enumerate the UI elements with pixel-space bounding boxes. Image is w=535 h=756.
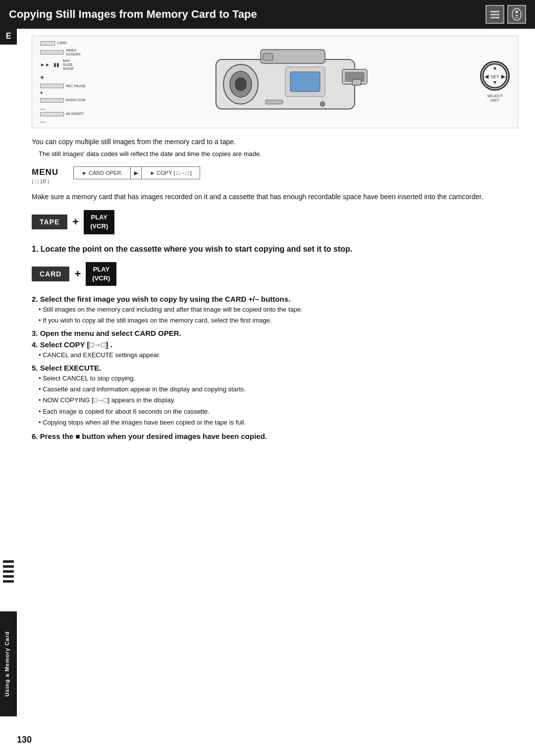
step6-title: 6. Press the ■ button when your desired … xyxy=(32,432,518,440)
step2-block: 2. Select the first image you wish to co… xyxy=(32,295,518,326)
svg-text:▼: ▼ xyxy=(492,80,498,86)
title-icon-group xyxy=(485,5,526,24)
svg-rect-1 xyxy=(490,14,499,15)
panel-label-mix: MIX/SLIDESHOW xyxy=(63,59,74,70)
page-title: Copying Still Images from Memory Card to… xyxy=(9,8,257,21)
menu-icon xyxy=(485,5,504,24)
svg-text:▶: ▶ xyxy=(501,73,506,79)
page-number: 130 xyxy=(17,735,32,745)
step4-title: 4. Select COPY [□→□] . xyxy=(32,340,518,349)
step6-block: 6. Press the ■ button when your desired … xyxy=(32,432,518,440)
play-label: PLAY xyxy=(90,213,108,222)
step3-block: 3. Open the menu and select CARD OPER. xyxy=(32,329,518,337)
intro-line1: You can copy multiple still images from … xyxy=(32,136,518,147)
step4-block: 4. Select COPY [□→□] . • CANCEL and EXEC… xyxy=(32,340,518,361)
svg-rect-18 xyxy=(266,100,283,104)
vcr-label: (VCR) xyxy=(90,222,108,231)
svg-point-4 xyxy=(515,10,518,13)
menu-label: MENU xyxy=(32,166,66,177)
step2-bullets: • Still images on the memory card includ… xyxy=(39,304,518,326)
panel-label-index: INDEXSCREEN xyxy=(66,49,80,56)
svg-point-17 xyxy=(320,102,325,107)
card-play-badge-row: CARD + PLAY (VCR) xyxy=(32,262,518,286)
svg-text:◀: ◀ xyxy=(484,73,489,79)
panel-label-card: CARD xyxy=(57,41,67,45)
step5-title: 5. Select EXECUTE. xyxy=(32,364,518,372)
svg-text:SET: SET xyxy=(491,74,500,79)
svg-text:▲: ▲ xyxy=(492,65,498,71)
svg-point-3 xyxy=(512,8,521,20)
camera-diagram xyxy=(86,45,480,119)
intro-bullet1: The still images' data codes will reflec… xyxy=(39,149,518,160)
svg-point-10 xyxy=(235,77,247,91)
card-plus: + xyxy=(74,268,81,280)
panel-label-rec-pause: REC PAUSE xyxy=(66,84,86,88)
svg-rect-5 xyxy=(515,15,518,16)
step5-block: 5. Select EXECUTE. • Select CANCEL to st… xyxy=(32,364,518,428)
title-bar: Copying Still Images from Memory Card to… xyxy=(0,0,535,29)
menu-step1: ► CARD OPER. xyxy=(74,167,131,179)
step5-bullets: • Select CANCEL to stop copying. • Casse… xyxy=(39,373,518,428)
diagram-area: CARD INDEXSCREEN ►► ▮▮ MIX/SLIDESHOW + R… xyxy=(32,36,518,128)
step4-bullets: • CANCEL and EXECUTE settings appear. xyxy=(39,350,518,361)
tape-badge: TAPE xyxy=(32,215,67,229)
card-vcr-label: (VCR) xyxy=(92,274,110,283)
card-badge: CARD xyxy=(32,267,69,281)
svg-rect-14 xyxy=(263,54,273,60)
step3-title: 3. Open the menu and select CARD OPER. xyxy=(32,329,518,337)
button-panel: CARD INDEXSCREEN ►► ▮▮ MIX/SLIDESHOW + R… xyxy=(40,41,86,123)
menu-steps-box: ► CARD OPER. ► ► COPY [ □→□ ] xyxy=(73,166,200,179)
panel-label-audio-dub: AUDIO DUB. xyxy=(66,98,86,102)
step1-heading: 1. Locate the point on the cassette wher… xyxy=(32,243,518,255)
dial-area: ▲ ▼ ◀ ▶ SET SELECT/SET xyxy=(480,61,510,103)
e-tab: E xyxy=(0,28,17,45)
card-play-vcr-badge: PLAY (VCR) xyxy=(86,262,116,286)
sidebar-stripes xyxy=(0,555,17,588)
svg-rect-2 xyxy=(490,17,499,18)
remote-icon xyxy=(507,5,526,24)
step2-title: 2. Select the first image you wish to co… xyxy=(32,295,518,303)
menu-arrow: ► xyxy=(131,167,142,179)
tape-play-badge-row: TAPE + PLAY (VCR) xyxy=(32,210,518,234)
svg-rect-6 xyxy=(515,17,518,18)
card-play-label: PLAY xyxy=(92,265,110,274)
menu-section: MENU ( □ 18 ) ► CARD OPER. ► ► COPY [ □→… xyxy=(32,166,518,184)
menu-ref: ( □ 18 ) xyxy=(32,177,66,184)
sidebar-label: Using a Memory Card xyxy=(0,611,17,716)
svg-rect-19 xyxy=(352,79,361,85)
menu-step2: ► COPY [ □→□ ] xyxy=(142,167,200,179)
panel-label-av-insert: AV INSERT xyxy=(66,112,84,116)
play-vcr-badge: PLAY (VCR) xyxy=(84,210,114,234)
svg-rect-16 xyxy=(290,72,320,92)
main-content: CARD INDEXSCREEN ►► ▮▮ MIX/SLIDESHOW + R… xyxy=(17,29,535,453)
tape-plus: + xyxy=(72,216,79,228)
svg-rect-0 xyxy=(490,11,499,12)
dial-label: SELECT/SET xyxy=(487,94,502,103)
make-sure-text: Make sure a memory card that has images … xyxy=(32,191,518,202)
